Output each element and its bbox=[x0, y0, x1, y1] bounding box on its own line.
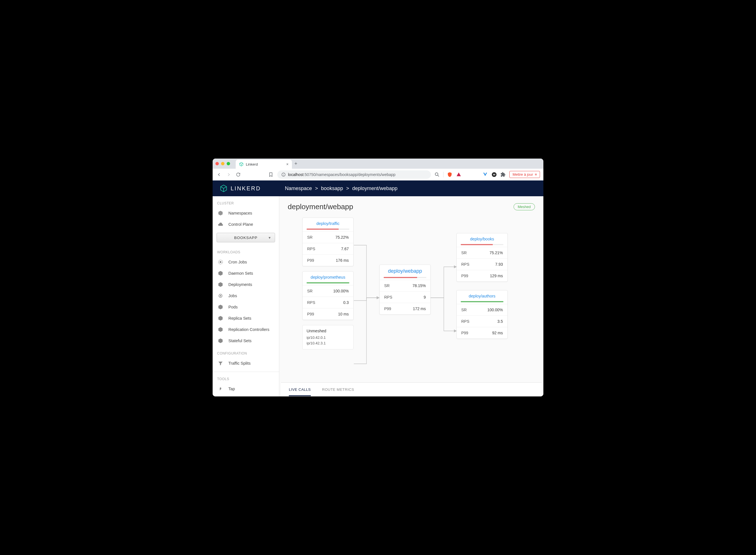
tabs-bar: LIVE CALLS ROUTE METRICS bbox=[281, 382, 542, 396]
section-title-tools: TOOLS bbox=[213, 372, 279, 383]
new-tab-button[interactable]: + bbox=[292, 160, 300, 168]
sidebar-item-namespaces[interactable]: Namespaces bbox=[213, 208, 279, 219]
section-title-configuration: CONFIGURATION bbox=[213, 346, 279, 358]
sidebar-item-deployments[interactable]: Deployments bbox=[213, 279, 279, 290]
node-prometheus[interactable]: deploy/prometheus SR100.00% RPS0.3 P9910… bbox=[302, 271, 353, 320]
filter-icon bbox=[218, 360, 223, 366]
namespaces-icon bbox=[218, 210, 223, 216]
sidebar-item-jobs[interactable]: Jobs bbox=[213, 290, 279, 301]
traffic-lights bbox=[215, 162, 230, 165]
logo[interactable]: LINKERD bbox=[213, 184, 279, 193]
breadcrumb: Namespace > booksapp > deployment/webapp bbox=[279, 185, 397, 191]
cron-jobs-icon bbox=[218, 259, 223, 265]
address-bar[interactable]: localhost:50750/namespaces/booksapp/depl… bbox=[277, 170, 431, 179]
sidebar-item-traffic-splits[interactable]: Traffic Splits bbox=[213, 358, 279, 369]
traffic-diagram: deploy/traffic SR75.22% RPS7.67 P99176 m… bbox=[279, 216, 543, 382]
replication-controllers-icon bbox=[218, 327, 223, 332]
linkerd-logo-icon bbox=[219, 184, 228, 193]
node-authors[interactable]: deploy/authors SR100.00% RPS3.5 P9992 ms bbox=[457, 290, 508, 339]
url-host: localhost bbox=[288, 172, 303, 177]
reload-button[interactable] bbox=[235, 171, 241, 178]
node-traffic[interactable]: deploy/traffic SR75.22% RPS7.67 P99176 m… bbox=[302, 218, 353, 266]
extensions-puzzle-icon[interactable] bbox=[500, 172, 506, 177]
extension-w-icon[interactable]: W bbox=[491, 172, 497, 177]
maximize-window-button[interactable] bbox=[227, 162, 230, 165]
deployments-icon bbox=[218, 282, 223, 287]
close-tab-icon[interactable]: × bbox=[286, 162, 289, 166]
success-bar bbox=[384, 277, 417, 278]
sidebar-item-stateful-sets[interactable]: Stateful Sets bbox=[213, 335, 279, 346]
cloud-icon bbox=[218, 221, 223, 227]
meshed-badge: Meshed bbox=[513, 203, 535, 210]
svg-text:W: W bbox=[493, 173, 496, 176]
app-body: CLUSTER Namespaces Control Plane ▾ BOOKS… bbox=[213, 196, 543, 396]
toolbar-icons: W Mettre à jour ≡ bbox=[434, 171, 540, 178]
back-button[interactable] bbox=[216, 171, 222, 178]
svg-point-4 bbox=[220, 261, 222, 263]
logo-text: LINKERD bbox=[230, 185, 261, 192]
sidebar-item-control-plane[interactable]: Control Plane bbox=[213, 219, 279, 230]
node-webapp[interactable]: deploy/webapp SR78.15% RPS9 P99172 ms bbox=[379, 265, 431, 314]
close-window-button[interactable] bbox=[215, 162, 219, 165]
jobs-icon bbox=[218, 293, 223, 299]
namespace-select[interactable]: ▾ BOOKSAPP bbox=[217, 233, 275, 242]
replica-sets-icon bbox=[218, 315, 223, 321]
sidebar-item-daemon-sets[interactable]: Daemon Sets bbox=[213, 268, 279, 279]
breadcrumb-namespace-name[interactable]: booksapp bbox=[321, 185, 343, 191]
sidebar-item-replication-controllers[interactable]: Replication Controllers bbox=[213, 324, 279, 335]
chevron-down-icon: ▾ bbox=[268, 235, 271, 240]
node-unmeshed[interactable]: Unmeshed ip/10.42.0.1 ip/10.42.3.1 bbox=[302, 325, 353, 349]
tap-icon bbox=[218, 386, 223, 392]
browser-tab[interactable]: Linkerd × bbox=[236, 160, 292, 169]
extension-v-icon[interactable] bbox=[482, 172, 488, 177]
breadcrumb-namespace-label[interactable]: Namespace bbox=[285, 185, 312, 191]
page-header: deployment/webapp Meshed bbox=[279, 196, 543, 216]
url-path: :50750/namespaces/booksapp/deployments/w… bbox=[303, 172, 395, 177]
tab-live-calls[interactable]: LIVE CALLS bbox=[289, 383, 311, 396]
section-title-workloads: WORKLOADS bbox=[213, 245, 279, 256]
svg-point-1 bbox=[435, 173, 438, 175]
brave-rewards-icon[interactable] bbox=[456, 172, 462, 177]
success-bar bbox=[306, 228, 339, 230]
linkerd-favicon-icon bbox=[239, 162, 244, 166]
pods-icon bbox=[218, 304, 223, 310]
browser-toolbar: localhost:50750/namespaces/booksapp/depl… bbox=[213, 169, 543, 180]
page-title: deployment/webapp bbox=[288, 203, 353, 211]
sidebar-item-top[interactable]: Top bbox=[213, 394, 279, 396]
toolbar-divider bbox=[443, 172, 444, 177]
tab-title: Linkerd bbox=[246, 162, 258, 166]
sidebar: CLUSTER Namespaces Control Plane ▾ BOOKS… bbox=[213, 196, 279, 396]
sidebar-item-tap[interactable]: Tap bbox=[213, 383, 279, 394]
site-info-icon[interactable] bbox=[281, 172, 286, 177]
browser-window: Linkerd × + localhost:50750/namespaces/b… bbox=[213, 159, 543, 396]
main-content: deployment/webapp Meshed bbox=[279, 196, 543, 396]
forward-button[interactable] bbox=[225, 171, 232, 178]
sidebar-item-replica-sets[interactable]: Replica Sets bbox=[213, 313, 279, 324]
minimize-window-button[interactable] bbox=[221, 162, 224, 165]
sidebar-item-pods[interactable]: Pods bbox=[213, 301, 279, 313]
daemon-sets-icon bbox=[218, 270, 223, 276]
app-topbar: LINKERD Namespace > booksapp > deploymen… bbox=[213, 180, 543, 196]
bookmark-icon[interactable] bbox=[268, 171, 274, 178]
tab-route-metrics[interactable]: ROUTE METRICS bbox=[322, 383, 354, 396]
success-bar bbox=[306, 282, 349, 284]
search-in-page-icon[interactable] bbox=[434, 172, 440, 177]
stateful-sets-icon bbox=[218, 338, 223, 344]
success-bar bbox=[461, 301, 503, 302]
sidebar-item-cron-jobs[interactable]: Cron Jobs bbox=[213, 256, 279, 268]
svg-point-7 bbox=[220, 295, 221, 297]
menu-icon: ≡ bbox=[535, 172, 537, 177]
section-title-cluster: CLUSTER bbox=[213, 196, 279, 208]
success-bar bbox=[461, 244, 493, 245]
node-books[interactable]: deploy/books SR75.21% RPS7.93 P99129 ms bbox=[457, 233, 508, 282]
breadcrumb-resource[interactable]: deployment/webapp bbox=[352, 185, 397, 191]
tab-strip: Linkerd × + bbox=[213, 159, 543, 169]
brave-shields-icon[interactable] bbox=[447, 172, 453, 177]
update-browser-button[interactable]: Mettre à jour ≡ bbox=[509, 171, 540, 178]
